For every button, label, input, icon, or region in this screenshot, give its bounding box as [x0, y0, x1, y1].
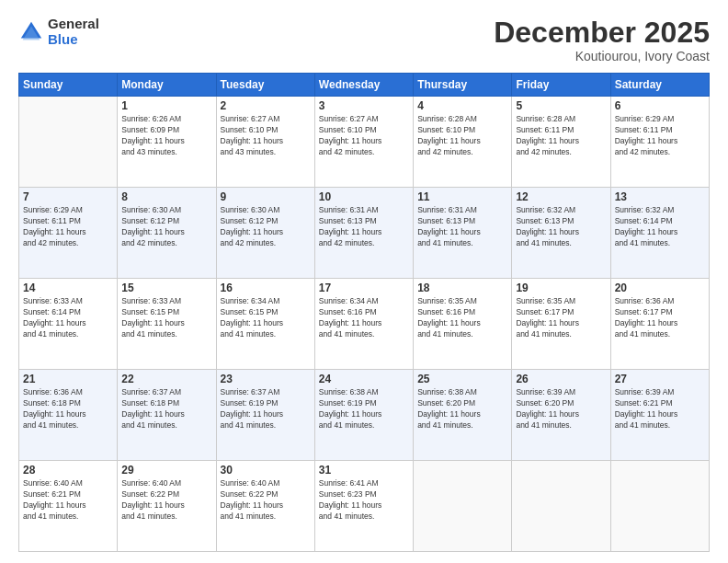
weekday-header-sunday: Sunday [19, 74, 118, 97]
calendar-cell: 10Sunrise: 6:31 AM Sunset: 6:13 PM Dayli… [314, 188, 413, 279]
header: General Blue December 2025 Koutiourou, I… [18, 17, 710, 63]
day-info: Sunrise: 6:39 AM Sunset: 6:21 PM Dayligh… [615, 387, 705, 431]
day-number: 1 [121, 99, 211, 112]
day-number: 30 [221, 464, 311, 477]
day-info: Sunrise: 6:33 AM Sunset: 6:14 PM Dayligh… [23, 296, 113, 340]
weekday-header-tuesday: Tuesday [216, 74, 314, 97]
calendar-cell: 24Sunrise: 6:38 AM Sunset: 6:19 PM Dayli… [314, 370, 413, 461]
calendar-cell: 14Sunrise: 6:33 AM Sunset: 6:14 PM Dayli… [19, 279, 118, 370]
day-number: 24 [319, 373, 409, 385]
day-number: 9 [221, 190, 311, 203]
day-info: Sunrise: 6:34 AM Sunset: 6:16 PM Dayligh… [319, 296, 409, 340]
calendar-cell: 15Sunrise: 6:33 AM Sunset: 6:15 PM Dayli… [118, 279, 216, 370]
logo-general-text: General [48, 17, 99, 32]
weekday-header-friday: Friday [512, 74, 610, 97]
logo-blue-text: Blue [48, 32, 99, 48]
calendar-cell: 30Sunrise: 6:40 AM Sunset: 6:22 PM Dayli… [216, 461, 314, 552]
calendar-cell: 4Sunrise: 6:28 AM Sunset: 6:10 PM Daylig… [414, 97, 512, 188]
weekday-header-row: SundayMondayTuesdayWednesdayThursdayFrid… [19, 74, 710, 97]
day-number: 25 [417, 373, 507, 385]
calendar-cell: 8Sunrise: 6:30 AM Sunset: 6:12 PM Daylig… [118, 188, 216, 279]
calendar-cell: 9Sunrise: 6:30 AM Sunset: 6:12 PM Daylig… [216, 188, 314, 279]
weekday-header-thursday: Thursday [414, 74, 512, 97]
day-info: Sunrise: 6:40 AM Sunset: 6:22 PM Dayligh… [221, 478, 311, 523]
day-number: 10 [319, 190, 409, 203]
day-number: 13 [615, 190, 705, 203]
calendar-cell: 3Sunrise: 6:27 AM Sunset: 6:10 PM Daylig… [314, 97, 413, 188]
day-info: Sunrise: 6:36 AM Sunset: 6:17 PM Dayligh… [615, 296, 705, 340]
day-info: Sunrise: 6:40 AM Sunset: 6:22 PM Dayligh… [121, 478, 211, 523]
calendar-cell [19, 97, 118, 188]
week-row-3: 14Sunrise: 6:33 AM Sunset: 6:14 PM Dayli… [19, 279, 710, 370]
calendar-cell: 28Sunrise: 6:40 AM Sunset: 6:21 PM Dayli… [19, 461, 118, 552]
day-info: Sunrise: 6:38 AM Sunset: 6:19 PM Dayligh… [319, 387, 409, 431]
calendar-cell: 13Sunrise: 6:32 AM Sunset: 6:14 PM Dayli… [610, 188, 709, 279]
calendar-cell [610, 461, 709, 552]
logo: General Blue [18, 17, 99, 47]
day-number: 2 [221, 99, 311, 112]
day-info: Sunrise: 6:29 AM Sunset: 6:11 PM Dayligh… [23, 205, 113, 249]
calendar-table: SundayMondayTuesdayWednesdayThursdayFrid… [18, 73, 710, 552]
day-info: Sunrise: 6:30 AM Sunset: 6:12 PM Dayligh… [221, 205, 311, 249]
day-info: Sunrise: 6:31 AM Sunset: 6:13 PM Dayligh… [417, 205, 507, 249]
day-info: Sunrise: 6:34 AM Sunset: 6:15 PM Dayligh… [221, 296, 311, 340]
calendar-cell [512, 461, 610, 552]
day-info: Sunrise: 6:41 AM Sunset: 6:23 PM Dayligh… [319, 478, 409, 523]
day-info: Sunrise: 6:32 AM Sunset: 6:14 PM Dayligh… [615, 205, 705, 249]
week-row-4: 21Sunrise: 6:36 AM Sunset: 6:18 PM Dayli… [19, 370, 710, 461]
month-title: December 2025 [494, 17, 710, 49]
weekday-header-monday: Monday [118, 74, 216, 97]
calendar-cell: 23Sunrise: 6:37 AM Sunset: 6:19 PM Dayli… [216, 370, 314, 461]
day-number: 3 [319, 99, 409, 112]
weekday-header-saturday: Saturday [610, 74, 709, 97]
calendar-cell: 26Sunrise: 6:39 AM Sunset: 6:20 PM Dayli… [512, 370, 610, 461]
day-number: 26 [516, 373, 606, 385]
day-info: Sunrise: 6:27 AM Sunset: 6:10 PM Dayligh… [221, 114, 311, 158]
day-number: 27 [615, 373, 705, 385]
day-number: 6 [615, 99, 705, 112]
day-number: 23 [221, 373, 311, 385]
calendar-cell: 7Sunrise: 6:29 AM Sunset: 6:11 PM Daylig… [19, 188, 118, 279]
calendar-cell: 29Sunrise: 6:40 AM Sunset: 6:22 PM Dayli… [118, 461, 216, 552]
calendar-cell: 31Sunrise: 6:41 AM Sunset: 6:23 PM Dayli… [314, 461, 413, 552]
day-number: 5 [516, 99, 606, 112]
calendar-cell: 6Sunrise: 6:29 AM Sunset: 6:11 PM Daylig… [610, 97, 709, 188]
calendar-cell: 18Sunrise: 6:35 AM Sunset: 6:16 PM Dayli… [414, 279, 512, 370]
day-info: Sunrise: 6:35 AM Sunset: 6:17 PM Dayligh… [516, 296, 606, 340]
day-number: 15 [121, 282, 211, 294]
day-number: 16 [221, 282, 311, 294]
week-row-1: 1Sunrise: 6:26 AM Sunset: 6:09 PM Daylig… [19, 97, 710, 188]
calendar-cell: 20Sunrise: 6:36 AM Sunset: 6:17 PM Dayli… [610, 279, 709, 370]
calendar-cell: 1Sunrise: 6:26 AM Sunset: 6:09 PM Daylig… [118, 97, 216, 188]
day-number: 19 [516, 282, 606, 294]
calendar-cell: 17Sunrise: 6:34 AM Sunset: 6:16 PM Dayli… [314, 279, 413, 370]
day-info: Sunrise: 6:37 AM Sunset: 6:19 PM Dayligh… [221, 387, 311, 431]
calendar-cell: 2Sunrise: 6:27 AM Sunset: 6:10 PM Daylig… [216, 97, 314, 188]
day-number: 22 [121, 373, 211, 385]
day-info: Sunrise: 6:32 AM Sunset: 6:13 PM Dayligh… [516, 205, 606, 249]
day-number: 20 [615, 282, 705, 294]
day-number: 11 [417, 190, 507, 203]
day-number: 14 [23, 282, 113, 294]
calendar-cell: 22Sunrise: 6:37 AM Sunset: 6:18 PM Dayli… [118, 370, 216, 461]
day-info: Sunrise: 6:31 AM Sunset: 6:13 PM Dayligh… [319, 205, 409, 249]
title-block: December 2025 Koutiourou, Ivory Coast [494, 17, 710, 63]
day-number: 21 [23, 373, 113, 385]
day-info: Sunrise: 6:38 AM Sunset: 6:20 PM Dayligh… [417, 387, 507, 431]
day-number: 17 [319, 282, 409, 294]
calendar-cell: 11Sunrise: 6:31 AM Sunset: 6:13 PM Dayli… [414, 188, 512, 279]
calendar-cell [414, 461, 512, 552]
day-number: 4 [417, 99, 507, 112]
day-number: 12 [516, 190, 606, 203]
day-number: 28 [23, 464, 113, 477]
location: Koutiourou, Ivory Coast [494, 49, 710, 63]
day-info: Sunrise: 6:33 AM Sunset: 6:15 PM Dayligh… [121, 296, 211, 340]
weekday-header-wednesday: Wednesday [314, 74, 413, 97]
day-number: 18 [417, 282, 507, 294]
day-info: Sunrise: 6:35 AM Sunset: 6:16 PM Dayligh… [417, 296, 507, 340]
day-number: 29 [121, 464, 211, 477]
week-row-5: 28Sunrise: 6:40 AM Sunset: 6:21 PM Dayli… [19, 461, 710, 552]
day-info: Sunrise: 6:40 AM Sunset: 6:21 PM Dayligh… [23, 478, 113, 523]
calendar-cell: 25Sunrise: 6:38 AM Sunset: 6:20 PM Dayli… [414, 370, 512, 461]
calendar-cell: 16Sunrise: 6:34 AM Sunset: 6:15 PM Dayli… [216, 279, 314, 370]
